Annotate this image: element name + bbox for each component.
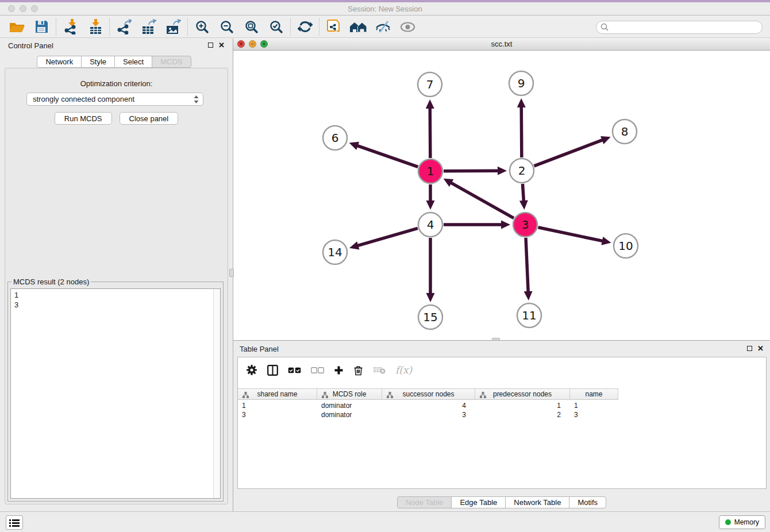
application-window: Session: New Session (0, 0, 770, 532)
mcds-result-title: MCDS result (2 nodes) (11, 277, 91, 286)
tab-edge-table[interactable]: Edge Table (451, 496, 506, 508)
run-mcds-button[interactable]: Run MCDS (55, 112, 112, 125)
graph-edge-2-9[interactable] (521, 106, 522, 157)
memory-button[interactable]: Memory (719, 515, 765, 529)
graph-edge-1-6[interactable] (356, 145, 418, 167)
column-header-shared-name[interactable]: shared name (238, 389, 317, 400)
show-home-icon[interactable] (346, 17, 371, 37)
graph-edge-2-3[interactable] (522, 184, 523, 202)
table-row[interactable]: 1dominator411 (238, 401, 766, 410)
splitter-handle-vertical[interactable] (229, 269, 234, 277)
deselect-all-icon[interactable] (311, 367, 324, 373)
graph-edge-arrowhead (349, 142, 360, 150)
graph-edge-4-14[interactable] (356, 228, 417, 246)
graph-node-label: 9 (518, 76, 525, 90)
graph-edge-3-10[interactable] (538, 228, 604, 241)
window-title: Session: New Session (0, 5, 770, 13)
select-all-icon[interactable] (288, 367, 301, 373)
node-table-container: f(x) shared name MCDS role successor nod… (237, 357, 767, 489)
function-builder-icon[interactable]: f(x) (395, 364, 412, 376)
column-header-name[interactable]: name (570, 389, 618, 400)
select-columns-icon[interactable] (267, 365, 278, 376)
graph-edge-arrowhead (517, 98, 526, 107)
apply-layout-icon[interactable] (292, 17, 317, 37)
select-stepper-icon (194, 95, 199, 105)
main-titlebar: Session: New Session (0, 2, 770, 16)
control-panel-title: Control Panel (8, 41, 53, 50)
graph-edge-1-2[interactable] (444, 171, 499, 171)
table-cell: dominator (317, 411, 382, 419)
tab-motifs[interactable]: Motifs (569, 496, 606, 508)
graph-edge-2-8[interactable] (534, 140, 604, 166)
float-table-panel-icon[interactable] (747, 346, 752, 351)
graph-edge-arrowhead (498, 167, 507, 175)
tab-select[interactable]: Select (114, 56, 152, 68)
control-panel-tabs: Network Style Select MCDS (0, 56, 228, 68)
table-cell: 2 (475, 411, 570, 419)
mcds-result-group: MCDS result (2 nodes) 1 3 (7, 282, 224, 502)
toolbar-separator (56, 18, 56, 36)
delete-column-icon[interactable] (353, 365, 363, 376)
graph-edge-arrowhead (349, 241, 359, 249)
graph-node-label: 14 (328, 245, 342, 259)
export-image-icon[interactable] (161, 17, 186, 37)
tab-network-table[interactable]: Network Table (505, 496, 569, 508)
network-window-titlebar[interactable]: × − + scc.txt (233, 38, 770, 51)
hide-graphics-details-icon[interactable] (371, 17, 395, 37)
graph-edge-arrowhead (601, 237, 611, 245)
column-type-icon (480, 392, 486, 400)
graph-edge-1-7[interactable] (430, 107, 430, 158)
table-panel: Table Panel ✕ (233, 340, 770, 511)
toolbar-separator (290, 18, 291, 36)
graph-node-label: 1 (427, 164, 434, 178)
network-canvas[interactable]: 1234678910111415 (233, 51, 770, 340)
toolbar-separator (109, 18, 110, 36)
graph-edge-arrowhead (426, 293, 435, 302)
tab-style[interactable]: Style (81, 56, 115, 68)
network-view-window: × − + scc.txt 1234678910111415 (233, 38, 770, 340)
table-settings-icon[interactable] (246, 364, 257, 376)
close-panel-button[interactable]: Close panel (120, 112, 179, 125)
add-column-icon[interactable] (334, 365, 344, 375)
export-table-icon[interactable] (136, 17, 161, 37)
graph-edge-arrowhead (524, 291, 533, 300)
column-header-predecessor-nodes[interactable]: predecessor nodes (475, 389, 570, 400)
tab-network[interactable]: Network (37, 56, 82, 68)
result-line: 1 (14, 290, 220, 300)
float-panel-icon[interactable] (208, 43, 213, 48)
import-network-icon[interactable] (58, 17, 83, 37)
zoom-out-icon[interactable] (214, 17, 239, 37)
tab-node-table[interactable]: Node Table (397, 496, 452, 508)
zoom-in-icon[interactable] (190, 17, 214, 37)
table-header-row: shared name MCDS role successor nodes pr… (238, 388, 618, 400)
column-header-mcds-role[interactable]: MCDS role (317, 389, 382, 400)
clone-network-icon[interactable] (321, 17, 346, 37)
import-table-icon[interactable] (83, 17, 107, 37)
graph-edge-3-1[interactable] (450, 182, 514, 218)
graph-node-label: 8 (621, 125, 629, 138)
task-history-button[interactable] (6, 515, 23, 530)
show-graphics-details-icon[interactable] (395, 17, 420, 37)
search-field-wrap (596, 21, 763, 34)
close-table-panel-icon[interactable]: ✕ (757, 345, 764, 352)
delete-table-icon[interactable] (373, 366, 386, 375)
export-network-icon[interactable] (111, 17, 136, 37)
column-header-successor-nodes[interactable]: successor nodes (382, 389, 475, 400)
optimization-criterion-select[interactable]: strongly connected component (26, 92, 203, 106)
close-panel-icon[interactable]: ✕ (218, 42, 225, 48)
table-row[interactable]: 3dominator323 (238, 410, 766, 419)
search-input[interactable] (596, 21, 763, 34)
zoom-selected-icon[interactable] (264, 17, 288, 37)
graph-node-label: 2 (518, 164, 526, 178)
graph-edge-3-11[interactable] (526, 238, 528, 293)
graph-edge-arrowhead (426, 201, 435, 210)
fit-content-icon[interactable] (239, 17, 264, 37)
tab-mcds[interactable]: MCDS (152, 56, 191, 68)
graph-node-label: 3 (522, 218, 529, 232)
table-toolbar: f(x) (238, 357, 766, 383)
mcds-result-list[interactable]: 1 3 (10, 288, 221, 499)
toolbar-separator (319, 18, 319, 36)
save-session-icon[interactable] (29, 17, 54, 37)
open-file-icon[interactable] (5, 17, 29, 37)
result-scrollbar[interactable] (213, 289, 220, 498)
